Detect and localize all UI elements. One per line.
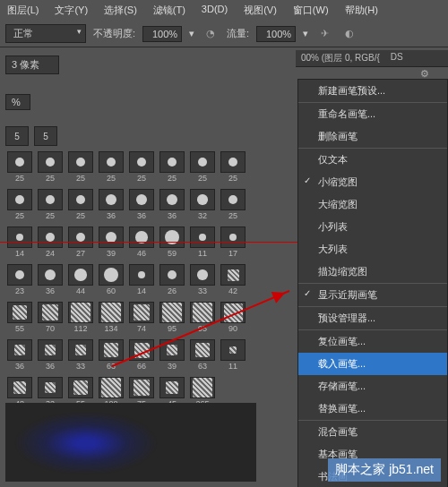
- pressure-size-icon[interactable]: ◐: [340, 25, 358, 43]
- doc-tab[interactable]: DS: [391, 52, 403, 64]
- menu-new-preset[interactable]: 新建画笔预设...: [298, 80, 447, 103]
- brush-thumb[interactable]: 17: [219, 226, 247, 262]
- menu-help[interactable]: 帮助(H): [345, 4, 378, 17]
- brush-thumb[interactable]: 70: [36, 302, 65, 337]
- menu-small-thumb[interactable]: 小缩览图: [298, 171, 447, 193]
- brush-thumb[interactable]: 25: [5, 189, 34, 225]
- chevron-down-icon[interactable]: ▾: [303, 28, 308, 39]
- doc-tab[interactable]: 00% (图层 0, RGB/{: [301, 52, 380, 64]
- chevron-down-icon[interactable]: ▾: [189, 28, 194, 39]
- brush-size-label: 17: [228, 249, 237, 258]
- brush-thumb[interactable]: 60: [97, 264, 125, 300]
- brush-size-label: 44: [76, 286, 85, 295]
- menu-text[interactable]: 文字(Y): [55, 4, 88, 17]
- brush-thumb[interactable]: 23: [5, 264, 34, 300]
- brush-thumb[interactable]: 112: [66, 302, 95, 337]
- brush-size[interactable]: 3 像素: [5, 56, 59, 74]
- brush-size-label: 36: [107, 211, 116, 220]
- brush-thumb[interactable]: 25: [219, 151, 247, 187]
- menu-rename[interactable]: 重命名画笔...: [298, 103, 447, 125]
- brush-thumb[interactable]: 25: [97, 151, 125, 187]
- brush-size-label: 42: [228, 286, 237, 295]
- opacity-label: 不透明度:: [93, 27, 135, 40]
- menu-3d[interactable]: 3D(D): [202, 4, 228, 17]
- brush-thumb[interactable]: 74: [127, 302, 156, 337]
- menu-save[interactable]: 存储画笔...: [298, 375, 447, 397]
- menu-layer[interactable]: 图层(L): [7, 4, 39, 17]
- brush-thumb[interactable]: 44: [66, 264, 95, 300]
- brush-thumb[interactable]: 25: [127, 151, 156, 187]
- brush-hardness[interactable]: %: [5, 94, 30, 110]
- grid-cell[interactable]: 5: [5, 126, 29, 146]
- airbrush-icon[interactable]: ✈: [315, 25, 333, 43]
- brush-thumb[interactable]: 25: [5, 151, 34, 187]
- menu-large-list[interactable]: 大列表: [298, 238, 447, 261]
- menu-view[interactable]: 视图(V): [244, 4, 277, 17]
- brush-thumb[interactable]: 33: [188, 264, 217, 300]
- menu-mixed[interactable]: 混合画笔: [298, 421, 447, 443]
- brush-thumb[interactable]: 36: [97, 189, 125, 225]
- menu-window[interactable]: 窗口(W): [293, 4, 329, 17]
- menu-preset-mgr[interactable]: 预设管理器...: [298, 307, 447, 330]
- brush-thumb[interactable]: 11: [188, 226, 217, 262]
- brush-thumb[interactable]: 39: [97, 226, 125, 262]
- brush-size-label: 36: [46, 286, 55, 295]
- brush-thumb[interactable]: 25: [36, 189, 65, 225]
- menu-select[interactable]: 选择(S): [104, 4, 137, 17]
- brush-thumb[interactable]: 25: [158, 151, 186, 187]
- brush-thumb[interactable]: 36: [158, 189, 186, 225]
- brush-size-label: 90: [228, 324, 237, 333]
- brush-thumb[interactable]: 42: [219, 264, 247, 300]
- brush-size-label: 24: [46, 249, 55, 258]
- brush-thumb[interactable]: 32: [188, 189, 217, 225]
- flow-input[interactable]: 100%: [256, 26, 296, 42]
- brush-thumb[interactable]: 46: [127, 226, 156, 262]
- brush-thumb[interactable]: 25: [219, 189, 247, 225]
- brush-size-label: 66: [137, 362, 146, 371]
- menu-delete[interactable]: 删除画笔: [298, 125, 447, 149]
- brush-size-label: 25: [228, 174, 237, 183]
- grid-cell[interactable]: 5: [34, 126, 57, 146]
- opacity-input[interactable]: 100%: [142, 26, 182, 42]
- brush-size-label: 39: [107, 249, 116, 258]
- brush-thumb[interactable]: 25: [36, 151, 65, 187]
- brush-grid: 2525252525252525252525363636322514242739…: [5, 151, 272, 413]
- brush-size-label: 26: [168, 286, 177, 295]
- menu-small-list[interactable]: 小列表: [298, 216, 447, 238]
- menu-recent[interactable]: 显示近期画笔: [298, 284, 447, 307]
- menu-reset[interactable]: 复位画笔...: [298, 330, 447, 353]
- brush-size-label: 70: [46, 324, 55, 333]
- brush-thumb[interactable]: 36: [36, 264, 65, 300]
- menu-stroke-thumb[interactable]: 描边缩览图: [298, 261, 447, 284]
- brush-thumb[interactable]: 95: [158, 302, 186, 337]
- brush-thumb[interactable]: 14: [5, 226, 34, 262]
- brush-thumb[interactable]: 25: [188, 151, 217, 187]
- brush-size-label: 36: [46, 362, 55, 371]
- brush-thumb[interactable]: 25: [66, 189, 95, 225]
- menu-replace[interactable]: 替换画笔...: [298, 397, 447, 421]
- menu-text-only[interactable]: 仅文本: [298, 149, 447, 171]
- pressure-opacity-icon[interactable]: ◔: [202, 25, 220, 43]
- brush-thumb[interactable]: 55: [5, 302, 34, 337]
- brush-thumb[interactable]: 63: [97, 339, 125, 375]
- brush-thumb[interactable]: 33: [66, 339, 95, 375]
- brush-thumb[interactable]: 14: [127, 264, 156, 300]
- menu-load[interactable]: 载入画笔...: [298, 353, 447, 375]
- brush-size-label: 60: [107, 286, 116, 295]
- brush-thumb[interactable]: 134: [97, 302, 125, 337]
- brush-thumb[interactable]: 36: [5, 339, 34, 375]
- menu-large-thumb[interactable]: 大缩览图: [298, 193, 447, 216]
- brush-thumb[interactable]: 36: [36, 339, 65, 375]
- brush-thumb[interactable]: 26: [158, 264, 186, 300]
- brush-thumb[interactable]: 59: [158, 226, 186, 262]
- brush-thumb[interactable]: 24: [36, 226, 65, 262]
- brush-thumb[interactable]: 63: [188, 339, 217, 375]
- blend-mode-select[interactable]: 正常: [5, 24, 86, 43]
- brush-thumb[interactable]: 36: [127, 189, 156, 225]
- brush-size-label: 32: [198, 211, 207, 220]
- menu-filter[interactable]: 滤镜(T): [153, 4, 185, 17]
- brush-thumb[interactable]: 25: [66, 151, 95, 187]
- brush-thumb[interactable]: 11: [219, 339, 247, 375]
- brush-thumb[interactable]: 27: [66, 226, 95, 262]
- brush-size-label: 25: [76, 211, 85, 220]
